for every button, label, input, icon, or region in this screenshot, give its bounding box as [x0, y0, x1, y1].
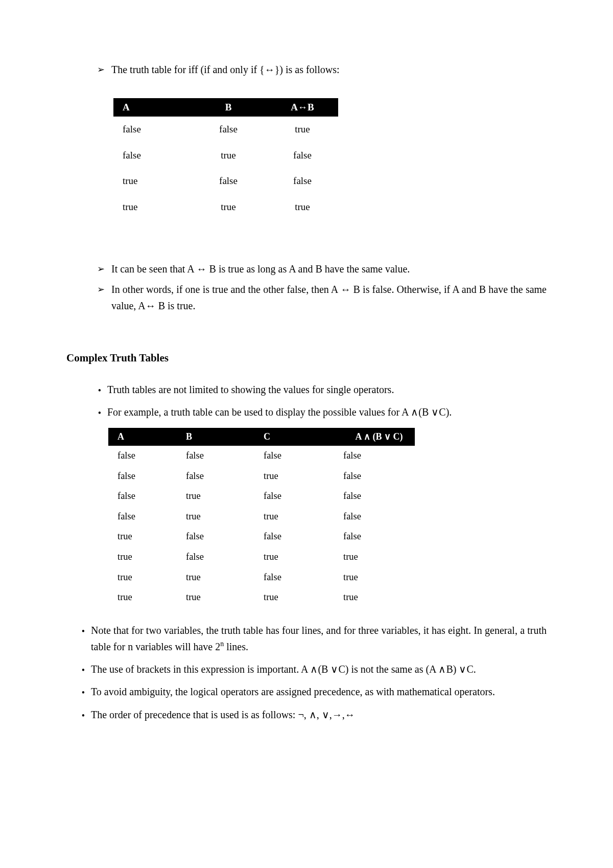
table-cell: false: [186, 446, 264, 466]
table-cell: true: [267, 194, 338, 220]
disc-item: • The order of precedence that is used i…: [76, 706, 547, 723]
iff-truth-table: A B A↔B falsefalsetruefalsetruefalsetrue…: [113, 98, 338, 220]
table-row: truefalsetruetrue: [108, 547, 415, 567]
table-cell: true: [186, 587, 264, 608]
table-row: truetruetruetrue: [108, 587, 415, 608]
table-row: falsetruefalsefalse: [108, 486, 415, 507]
arrow-list-2: ➢ It can be seen that A ↔ B is true as l…: [97, 261, 547, 314]
table-cell: true: [264, 507, 343, 527]
table-cell: false: [264, 567, 343, 588]
table-cell: true: [113, 194, 190, 220]
table-body: falsefalsefalsefalsefalsefalsetruefalsef…: [108, 446, 415, 608]
col-header-a: A: [108, 428, 186, 446]
table-row: truefalsefalse: [113, 168, 338, 194]
col-header-b: B: [186, 428, 264, 446]
col-header-aiffb: A↔B: [267, 98, 338, 117]
table-cell: true: [343, 547, 415, 567]
table-row: falsefalsefalsefalse: [108, 446, 415, 466]
table-cell: true: [190, 143, 267, 168]
disc-item-text: To avoid ambiguity, the logical operator…: [91, 683, 547, 700]
table-cell: false: [343, 527, 415, 547]
table-row: falsetruetruefalse: [108, 507, 415, 527]
table-row: truefalsefalsefalse: [108, 527, 415, 547]
arrow-item-text: It can be seen that A ↔ B is true as lon…: [111, 261, 547, 277]
arrow-bullet-icon: ➢: [97, 261, 111, 277]
section-heading-complex-truth-tables: Complex Truth Tables: [66, 350, 547, 367]
table-cell: false: [264, 527, 343, 547]
table-cell: false: [190, 117, 267, 142]
disc-bullet-icon: •: [92, 404, 107, 421]
col-header-c: C: [264, 428, 343, 446]
arrow-bullet-icon: ➢: [97, 281, 111, 297]
disc-item-text: For example, a truth table can be used t…: [107, 404, 547, 420]
disc-item: • The use of brackets in this expression…: [76, 661, 547, 678]
table-cell: true: [264, 587, 343, 608]
disc-item-text: Truth tables are not limited to showing …: [107, 381, 547, 398]
complex-truth-table: A B C A ∧ (B ∨ C) falsefalsefalsefalsefa…: [108, 428, 415, 608]
disc-bullet-icon: •: [76, 661, 91, 678]
table-cell: true: [108, 547, 186, 567]
table-row: truetruetrue: [113, 194, 338, 220]
arrow-item: ➢ The truth table for iff (if and only i…: [97, 61, 547, 78]
disc-bullet-icon: •: [76, 706, 91, 723]
disc-item: • To avoid ambiguity, the logical operat…: [76, 683, 547, 700]
table-cell: false: [267, 168, 338, 194]
table-cell: false: [186, 527, 264, 547]
table-cell: true: [108, 567, 186, 588]
disc-list-inner: • Truth tables are not limited to showin…: [92, 381, 547, 421]
arrow-bullet-icon: ➢: [97, 61, 111, 77]
arrow-list-1: ➢ The truth table for iff (if and only i…: [97, 61, 547, 78]
disc-item-text: The order of precedence that is used is …: [91, 706, 547, 723]
table-cell: true: [264, 466, 343, 487]
table-cell: false: [113, 143, 190, 168]
table-cell: false: [113, 117, 190, 142]
table-row: truetruefalsetrue: [108, 567, 415, 588]
disc-bullet-icon: •: [92, 381, 107, 398]
disc-item: • Note that for two variables, the truth…: [76, 622, 547, 655]
table-cell: false: [108, 466, 186, 487]
table-cell: true: [108, 587, 186, 608]
table-cell: false: [264, 486, 343, 507]
table-cell: false: [264, 446, 343, 466]
disc-bullet-icon: •: [76, 683, 91, 700]
table-cell: true: [186, 486, 264, 507]
disc-item-text: The use of brackets in this expression i…: [91, 661, 547, 677]
table-cell: true: [186, 567, 264, 588]
table-cell: true: [343, 587, 415, 608]
table-cell: false: [108, 486, 186, 507]
table-cell: true: [190, 194, 267, 220]
arrow-item: ➢ In other words, if one is true and the…: [97, 281, 547, 314]
table-row: falsetruefalse: [113, 143, 338, 168]
table-cell: false: [267, 143, 338, 168]
table-cell: false: [108, 446, 186, 466]
arrow-item: ➢ It can be seen that A ↔ B is true as l…: [97, 261, 547, 277]
arrow-item-text: The truth table for iff (if and only if …: [111, 61, 547, 78]
col-header-expr: A ∧ (B ∨ C): [343, 428, 415, 446]
table-header-row: A B A↔B: [113, 98, 338, 117]
disc-bullet-icon: •: [76, 622, 91, 639]
table-cell: true: [113, 168, 190, 194]
table-cell: false: [343, 446, 415, 466]
col-header-a: A: [113, 98, 190, 117]
table-row: falsefalsetruefalse: [108, 466, 415, 487]
table-body: falsefalsetruefalsetruefalsetruefalsefal…: [113, 117, 338, 220]
col-header-b: B: [190, 98, 267, 117]
table-cell: true: [186, 507, 264, 527]
table-head: A B A↔B: [113, 98, 338, 117]
disc-item-text: Note that for two variables, the truth t…: [91, 622, 547, 655]
table-cell: true: [108, 527, 186, 547]
disc-item: • Truth tables are not limited to showin…: [92, 381, 547, 398]
table-cell: true: [264, 547, 343, 567]
disc-item: • For example, a truth table can be used…: [92, 404, 547, 421]
table-cell: false: [343, 466, 415, 487]
table-cell: false: [343, 486, 415, 507]
table-cell: false: [190, 168, 267, 194]
table-cell: true: [343, 567, 415, 588]
table-cell: false: [186, 466, 264, 487]
arrow-item-text: In other words, if one is true and the o…: [111, 281, 547, 314]
table-cell: false: [186, 547, 264, 567]
table-cell: false: [343, 507, 415, 527]
disc-list-outer: • Note that for two variables, the truth…: [76, 622, 547, 723]
table-header-row: A B C A ∧ (B ∨ C): [108, 428, 415, 446]
table-cell: false: [108, 507, 186, 527]
